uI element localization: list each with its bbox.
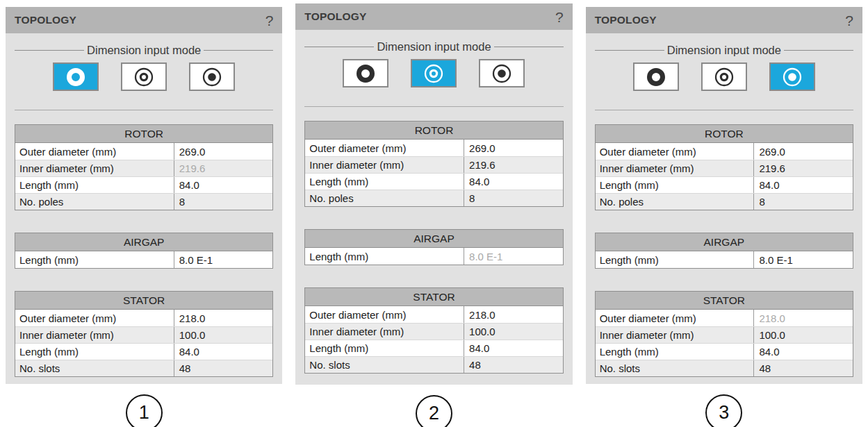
mode-button-1[interactable]	[53, 62, 99, 91]
panel-2-column: TOPOLOGY ? Dimension input mode	[295, 7, 572, 427]
mode-button-1[interactable]	[343, 59, 388, 87]
dim-value[interactable]: 48	[753, 360, 853, 376]
mode-button-2[interactable]	[121, 62, 167, 91]
dim-value[interactable]: 84.0	[753, 177, 853, 193]
dim-label: Inner diameter (mm)	[305, 324, 464, 340]
double-circle-icon	[422, 63, 445, 84]
table-row: No. slots 48	[305, 356, 562, 373]
mode-button-3[interactable]	[769, 62, 815, 91]
dim-value[interactable]: 84.0	[464, 174, 563, 190]
dim-value[interactable]: 8.0 E-1	[753, 251, 853, 268]
double-circle-icon	[712, 67, 736, 87]
panel-title: TOPOLOGY	[595, 14, 657, 26]
mode-button-3[interactable]	[189, 62, 235, 91]
table-row: Outer diameter (mm) 218.0	[596, 310, 853, 326]
airgap-table: AIRGAP Length (mm) 8.0 E-1	[304, 229, 563, 265]
help-icon[interactable]: ?	[845, 13, 853, 28]
mode-button-2[interactable]	[411, 59, 457, 87]
dim-value[interactable]: 8	[464, 190, 563, 206]
help-icon[interactable]: ?	[265, 13, 274, 28]
table-row: Outer diameter (mm) 218.0	[305, 306, 562, 323]
dim-value[interactable]: 269.0	[753, 143, 853, 160]
mode-button-3[interactable]	[479, 59, 525, 87]
section-divider	[595, 110, 853, 110]
rotor-table-header: ROTOR	[596, 125, 853, 143]
filled-dot-icon	[490, 63, 514, 84]
dim-value[interactable]: 8	[753, 194, 853, 210]
dim-value[interactable]: 48	[464, 357, 563, 373]
dim-value[interactable]: 84.0	[753, 344, 853, 360]
dim-value[interactable]: 100.0	[174, 327, 273, 343]
table-row: Length (mm) 84.0	[305, 340, 562, 356]
dim-label: Length (mm)	[15, 344, 174, 360]
filled-dot-icon	[200, 67, 224, 87]
dim-value[interactable]: 218.0	[174, 310, 273, 326]
dim-label: Length (mm)	[15, 251, 174, 268]
dimension-mode-legend: Dimension input mode	[15, 44, 273, 57]
dim-value[interactable]: 100.0	[464, 324, 563, 340]
dim-label: Inner diameter (mm)	[305, 157, 464, 173]
panel-title: TOPOLOGY	[304, 10, 366, 23]
table-row: Inner diameter (mm) 219.6	[596, 160, 853, 176]
dim-value[interactable]: 269.0	[464, 140, 563, 156]
dim-label: Outer diameter (mm)	[305, 306, 464, 323]
panel-header: TOPOLOGY ?	[6, 7, 282, 33]
table-row: No. poles 8	[15, 193, 272, 210]
help-icon[interactable]: ?	[555, 10, 564, 24]
thick-ring-icon	[644, 67, 668, 87]
dim-value[interactable]: 48	[174, 360, 273, 376]
dim-label: No. poles	[305, 190, 464, 206]
dim-label: Length (mm)	[305, 248, 464, 265]
panel-header: TOPOLOGY ?	[295, 3, 572, 30]
dim-label: Outer diameter (mm)	[596, 310, 754, 326]
panel-number-badge: 2	[416, 395, 452, 427]
dim-value: 219.6	[174, 160, 273, 176]
panel-1-column: TOPOLOGY ? Dimension input mode	[6, 7, 282, 427]
panel-title: TOPOLOGY	[15, 14, 76, 26]
table-row: Length (mm) 8.0 E-1	[305, 248, 562, 265]
dim-value[interactable]: 269.0	[174, 143, 273, 160]
panel-header: TOPOLOGY ?	[586, 7, 862, 33]
dimension-mode-legend: Dimension input mode	[595, 44, 853, 57]
legend-line-right	[784, 50, 853, 51]
rotor-table-header: ROTOR	[305, 122, 562, 140]
dim-label: Length (mm)	[305, 174, 464, 190]
airgap-table-header: AIRGAP	[596, 233, 853, 251]
dim-value[interactable]: 100.0	[753, 327, 853, 343]
dimension-mode-label: Dimension input mode	[667, 44, 781, 57]
dim-label: No. poles	[15, 194, 174, 210]
dim-value[interactable]: 84.0	[174, 344, 273, 360]
dimension-mode-legend: Dimension input mode	[304, 40, 563, 53]
table-row: Length (mm) 8.0 E-1	[15, 251, 272, 268]
dim-value[interactable]: 219.6	[753, 160, 853, 176]
topology-panel-3: TOPOLOGY ? Dimension input mode	[586, 7, 862, 384]
dimension-mode-group	[595, 62, 853, 91]
mode-button-2[interactable]	[701, 62, 747, 91]
table-row: Inner diameter (mm) 100.0	[305, 323, 562, 340]
dim-value[interactable]: 219.6	[464, 157, 563, 173]
dim-label: Length (mm)	[15, 177, 174, 193]
panel-body: Dimension input mode	[295, 40, 572, 374]
table-row: Length (mm) 84.0	[305, 173, 562, 190]
panels-container: TOPOLOGY ? Dimension input mode	[0, 0, 868, 427]
panel-body: Dimension input mode	[586, 44, 862, 377]
dimension-mode-label: Dimension input mode	[87, 44, 201, 57]
legend-line-right	[204, 50, 273, 51]
dim-label: Length (mm)	[596, 177, 754, 193]
dim-label: Outer diameter (mm)	[15, 310, 174, 326]
dim-value[interactable]: 84.0	[174, 177, 273, 193]
dim-value[interactable]: 8.0 E-1	[174, 251, 273, 268]
panel-body: Dimension input mode	[6, 44, 282, 377]
table-row: Outer diameter (mm) 269.0	[305, 140, 562, 156]
dim-value[interactable]: 84.0	[464, 340, 563, 356]
table-row: Inner diameter (mm) 219.6	[15, 160, 272, 176]
mode-button-1[interactable]	[633, 62, 679, 91]
stator-table: STATOR Outer diameter (mm) 218.0 Inner d…	[304, 287, 563, 374]
table-row: Length (mm) 84.0	[15, 343, 272, 360]
stator-table: STATOR Outer diameter (mm) 218.0 Inner d…	[595, 291, 853, 377]
dim-value[interactable]: 8	[174, 194, 273, 210]
airgap-table: AIRGAP Length (mm) 8.0 E-1	[595, 233, 853, 269]
dim-label: Inner diameter (mm)	[596, 160, 754, 176]
dimension-mode-label: Dimension input mode	[377, 40, 491, 53]
dim-value[interactable]: 218.0	[464, 306, 563, 323]
